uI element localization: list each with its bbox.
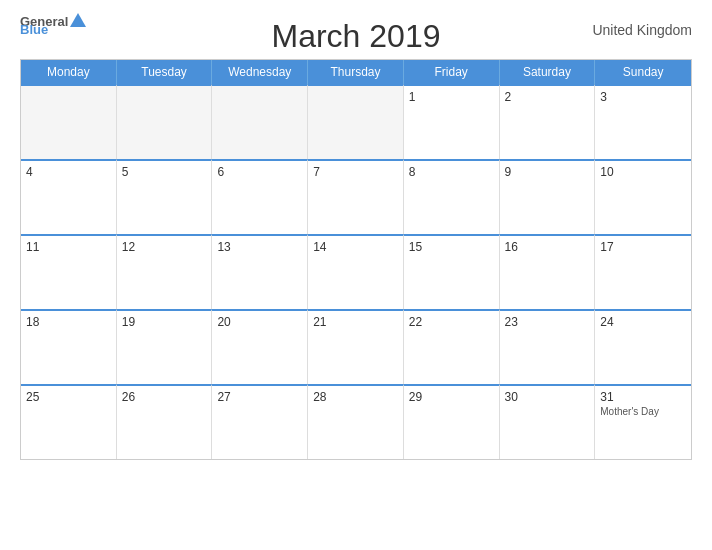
- day-23: 23: [500, 309, 596, 384]
- header-thursday: Thursday: [308, 60, 404, 84]
- region-label: United Kingdom: [592, 22, 692, 38]
- day-6: 6: [212, 159, 308, 234]
- day-3: 3: [595, 84, 691, 159]
- day-11: 11: [21, 234, 117, 309]
- day-24: 24: [595, 309, 691, 384]
- day-16: 16: [500, 234, 596, 309]
- day-28: 28: [308, 384, 404, 459]
- day-26: 26: [117, 384, 213, 459]
- header-wednesday: Wednesday: [212, 60, 308, 84]
- calendar-header: March 2019 United Kingdom: [20, 10, 692, 55]
- day-30: 30: [500, 384, 596, 459]
- day-29: 29: [404, 384, 500, 459]
- empty-cell: [117, 84, 213, 159]
- calendar-title: March 2019: [272, 18, 441, 55]
- mothers-day-event: Mother's Day: [600, 406, 686, 417]
- week-2: 4 5 6 7 8 9 10: [21, 159, 691, 234]
- day-22: 22: [404, 309, 500, 384]
- week-3: 11 12 13 14 15 16 17: [21, 234, 691, 309]
- header-monday: Monday: [21, 60, 117, 84]
- day-4: 4: [21, 159, 117, 234]
- week-1: 1 2 3: [21, 84, 691, 159]
- day-18: 18: [21, 309, 117, 384]
- day-21: 21: [308, 309, 404, 384]
- header-saturday: Saturday: [500, 60, 596, 84]
- day-20: 20: [212, 309, 308, 384]
- day-5: 5: [117, 159, 213, 234]
- day-1: 1: [404, 84, 500, 159]
- header-sunday: Sunday: [595, 60, 691, 84]
- week-4: 18 19 20 21 22 23 24: [21, 309, 691, 384]
- day-headers: Monday Tuesday Wednesday Thursday Friday…: [21, 60, 691, 84]
- day-2: 2: [500, 84, 596, 159]
- day-14: 14: [308, 234, 404, 309]
- day-8: 8: [404, 159, 500, 234]
- day-12: 12: [117, 234, 213, 309]
- header-friday: Friday: [404, 60, 500, 84]
- day-25: 25: [21, 384, 117, 459]
- day-27: 27: [212, 384, 308, 459]
- week-5: 25 26 27 28 29 30 31 Mother's Day: [21, 384, 691, 459]
- day-7: 7: [308, 159, 404, 234]
- empty-cell: [212, 84, 308, 159]
- day-13: 13: [212, 234, 308, 309]
- day-10: 10: [595, 159, 691, 234]
- day-17: 17: [595, 234, 691, 309]
- day-9: 9: [500, 159, 596, 234]
- header-tuesday: Tuesday: [117, 60, 213, 84]
- calendar: Monday Tuesday Wednesday Thursday Friday…: [20, 59, 692, 460]
- day-15: 15: [404, 234, 500, 309]
- day-31: 31 Mother's Day: [595, 384, 691, 459]
- empty-cell: [308, 84, 404, 159]
- day-19: 19: [117, 309, 213, 384]
- empty-cell: [21, 84, 117, 159]
